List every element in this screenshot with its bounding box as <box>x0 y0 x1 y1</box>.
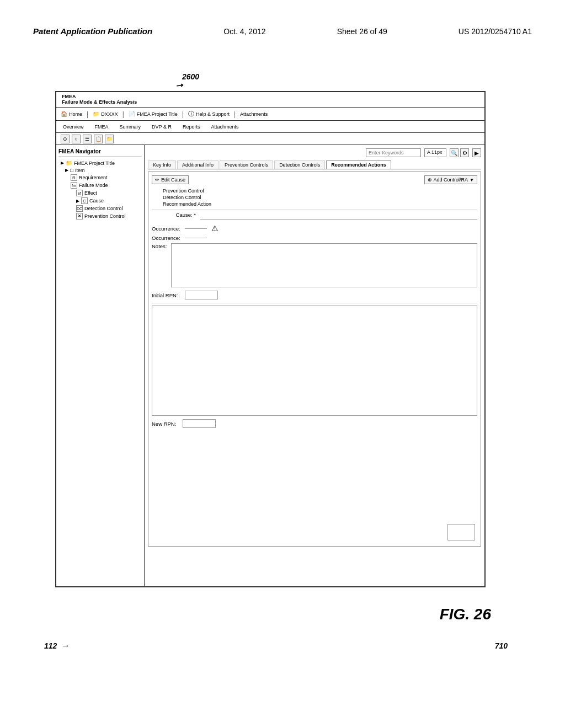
effect-icon: ef <box>76 190 83 196</box>
cause-label: Cause: * <box>152 212 196 218</box>
tree-item-detection[interactable]: DC Detection Control <box>58 205 142 212</box>
scroll-arrow-btn[interactable]: ▶ <box>472 148 481 157</box>
inner-content-box <box>152 306 477 416</box>
right-panel: A 11px 🔍 ⚙ ▶ Key Info A <box>145 145 484 586</box>
nav-tab-dxxxx[interactable]: 📁 DXXXX <box>93 111 118 117</box>
sheet-info: Sheet 26 of 49 <box>337 27 387 36</box>
ref-2600: 2600 ↙ <box>182 72 199 81</box>
occurrence-label-1: Occurrence: <box>152 226 180 232</box>
prevention-control-item: Prevention Control <box>163 188 477 194</box>
nav-tab-attachments[interactable]: Attachments <box>240 111 268 117</box>
item-label: Item <box>75 168 85 173</box>
search-area: A 11px 🔍 ⚙ ▶ <box>148 148 481 157</box>
fig-label: FIG. 26 <box>440 606 491 623</box>
warning-icon: ⚠ <box>211 224 218 233</box>
page-header: Patent Application Publication Oct. 4, 2… <box>0 26 565 36</box>
fm-icon: fm <box>71 182 77 189</box>
divider-2 <box>152 303 477 303</box>
edit-panel-header: ✏ Edit Cause ⊕ Add Control/RA ▼ <box>152 175 477 184</box>
fig-label-container: FIG. 26 <box>440 606 491 623</box>
tab-attachments[interactable]: Attachments <box>209 122 241 131</box>
tree-item-project[interactable]: ▶ 📁 FMEA Project Title <box>58 160 142 166</box>
app-window: FMEA Failure Mode & Effects Analysis 🏠 H… <box>55 91 486 587</box>
tab-overview[interactable]: Overview <box>61 122 86 131</box>
font-size-selector[interactable]: A 11px <box>424 148 446 157</box>
dxxxx-label: DXXXX <box>101 111 118 117</box>
tab-reports[interactable]: Reports <box>180 122 202 131</box>
detection-control-item: Detection Control <box>163 194 477 201</box>
tab-recommended-actions[interactable]: Recommended Actions <box>326 160 391 169</box>
fm-label: Failure Mode <box>79 183 108 188</box>
font-size-label: A 11px <box>427 149 443 155</box>
tree-item-failuremode[interactable]: fm Failure Mode <box>58 182 142 189</box>
cause-field-row: Cause: * <box>152 212 477 220</box>
tree-item-cause[interactable]: ▶ C Cause <box>58 197 142 204</box>
bottom-small-box <box>447 524 475 540</box>
ref-112-container: 112 → <box>44 641 70 651</box>
ref-arrow-112: → <box>61 641 70 650</box>
nav-tabs-row: 🏠 Home | 📁 DXXXX | 📄 FMEA Project Title … <box>56 108 484 121</box>
home-label: Home <box>69 111 82 117</box>
scroll-arrow: ▶ <box>475 150 479 156</box>
notes-section: Notes: <box>152 243 477 287</box>
search-icons: 🔍 ⚙ <box>450 148 469 157</box>
tree-item-item[interactable]: ▶ □ Item <box>58 167 142 173</box>
add-control-button[interactable]: ⊕ Add Control/RA ▼ <box>424 175 477 184</box>
occurrence-label-2: Occurrence: <box>152 235 180 241</box>
item-icon: □ <box>70 167 73 173</box>
edit-icon: ✏ <box>155 177 159 183</box>
chevron-down-icon: ▼ <box>470 178 474 183</box>
nav-tab-fmea-project[interactable]: 📄 FMEA Project Title <box>129 111 178 117</box>
patent-number: US 2012/0254710 A1 <box>459 27 532 36</box>
tree-arrow-item: ▶ <box>65 168 68 173</box>
folder-icon: 📁 <box>93 111 99 117</box>
search-input[interactable] <box>366 148 421 157</box>
edit-panel: ✏ Edit Cause ⊕ Add Control/RA ▼ <box>148 172 481 547</box>
new-rpn-value <box>183 419 216 428</box>
recommended-action-item: Recommended Action <box>163 201 477 207</box>
date-label: Oct. 4, 2012 <box>223 27 265 36</box>
dc-icon: DC <box>76 205 83 212</box>
toolbar-list-icon[interactable]: ☰ <box>83 135 92 143</box>
ref-710-container: 710 <box>495 641 508 651</box>
tree-item-effect[interactable]: ef Effect <box>58 190 142 196</box>
toolbar-circle2-icon[interactable]: ○ <box>72 135 81 143</box>
tab-dvpr[interactable]: DVP & R <box>150 122 174 131</box>
nav-tab-help[interactable]: ⓘ Help & Support <box>188 110 230 118</box>
nav-sep-4: | <box>234 110 236 118</box>
nav-sep-2: | <box>122 110 124 118</box>
control-list: Prevention Control Detection Control Rec… <box>163 188 477 207</box>
new-rpn-label: New RPN: <box>152 421 176 427</box>
nav-sep-3: | <box>182 110 184 118</box>
settings-icon[interactable]: ⚙ <box>460 148 469 157</box>
initial-rpn-label: Initial RPN: <box>152 292 178 298</box>
home-icon: 🏠 <box>61 111 67 117</box>
cause-value[interactable] <box>200 212 477 220</box>
overview-tabs-row: Overview FMEA Summary DVP & R Reports At… <box>56 121 484 133</box>
ref-710: 710 <box>495 641 508 650</box>
content-tabs: Key Info Additional Info Prevention Cont… <box>148 160 481 169</box>
zoom-icon[interactable]: 🔍 <box>450 148 459 157</box>
tab-key-info[interactable]: Key Info <box>148 160 176 169</box>
initial-rpn-value <box>185 291 218 299</box>
tab-additional-info[interactable]: Additional Info <box>177 160 218 169</box>
edit-cause-button[interactable]: ✏ Edit Cause <box>152 175 189 184</box>
toolbar-doc-icon[interactable]: 📋 <box>94 135 103 143</box>
ref-112: 112 <box>44 641 57 650</box>
toolbar-circle-icon[interactable]: ⊙ <box>61 135 70 143</box>
notes-textarea[interactable] <box>171 243 477 287</box>
tab-detection-controls[interactable]: Detection Controls <box>274 160 325 169</box>
req-icon: R <box>71 174 77 181</box>
tree-item-requirement[interactable]: R Requirement <box>58 174 142 181</box>
cause-label: Cause <box>89 198 104 204</box>
tab-fmea[interactable]: FMEA <box>93 122 111 131</box>
tree-item-prevention[interactable]: ✕ Prevention Control <box>58 213 142 220</box>
nav-tab-home[interactable]: 🏠 Home <box>61 111 82 117</box>
tab-summary[interactable]: Summary <box>118 122 143 131</box>
tab-prevention-controls[interactable]: Prevention Controls <box>220 160 273 169</box>
toolbar-row: ⊙ ○ ☰ 📋 📁 <box>56 133 484 145</box>
app-title-bar: FMEA Failure Mode & Effects Analysis <box>56 92 484 108</box>
toolbar-folder-icon[interactable]: 📁 <box>105 135 114 143</box>
app-title-line2: Failure Mode & Effects Analysis <box>62 100 137 105</box>
project-icon: 📁 <box>66 160 72 166</box>
